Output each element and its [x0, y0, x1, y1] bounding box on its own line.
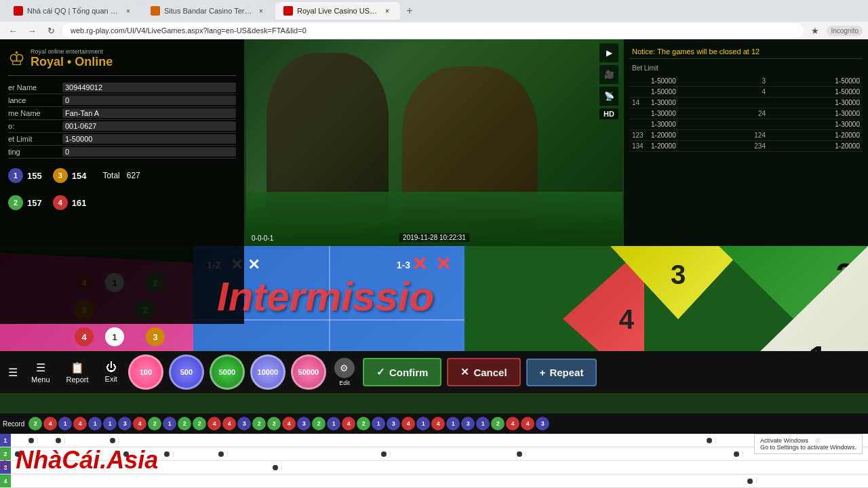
tab-label-2: Situs Bandar Casino Terpercaya [164, 7, 252, 15]
record-dot: 1 [372, 417, 385, 430]
record-dot: 3 [461, 417, 475, 430]
cross-red-2: ✕ [435, 253, 451, 275]
video-ctrl-3[interactable]: 📡 [599, 87, 618, 106]
info-row-betlimit: et Limit 1-50000 [8, 133, 236, 146]
edit-button[interactable]: ⚙ Edit [332, 355, 357, 389]
dot-cell [160, 451, 174, 457]
dot-cell [743, 479, 757, 484]
username-value: 309449012 [62, 83, 236, 92]
chip-50000-value: 50000 [298, 368, 319, 376]
record-dot: 2 [28, 417, 42, 430]
info-row-gamename: me Name Fan-Tan A [8, 107, 236, 120]
record-bar: Record 241411342122443224321421341413124… [0, 413, 868, 434]
record-dot: 3 [297, 417, 311, 430]
video-ctrl-1[interactable]: ▶ [599, 43, 618, 62]
hd-badge[interactable]: HD [599, 108, 618, 119]
logo-area: ♔ Royal online entertainment Royal • Onl… [8, 45, 236, 76]
betlimit-label: et Limit [8, 135, 62, 143]
new-tab-button[interactable]: + [401, 3, 418, 19]
balance-value: 0 [62, 96, 236, 105]
record-dot: 1 [476, 417, 490, 430]
chip-100[interactable]: 100 [128, 354, 163, 390]
confirm-button[interactable]: ✓ Confirm [363, 358, 442, 386]
score-area: 1 155 3 154 Total 627 [8, 165, 236, 186]
tab-3[interactable]: Royal Live Casino USA-VN × [275, 2, 400, 20]
logo-text: Royal online entertainment Royal • Onlin… [31, 48, 113, 69]
browser-chrome: Nhà cái QQ | Tổng quan chi tiết × Situs … [0, 0, 868, 39]
royal-crown-icon: ♔ [8, 47, 25, 70]
chip-10000[interactable]: 10000 [250, 354, 285, 390]
video-ctrl-2[interactable]: 🎥 [599, 65, 618, 84]
bookmark-button[interactable]: ★ [808, 23, 823, 38]
score-4: 161 [72, 198, 87, 208]
record-dot: 3 [237, 417, 251, 430]
dot-cell [24, 438, 38, 443]
info-row-balance: lance 0 [8, 94, 236, 107]
cancel-icon: ✕ [460, 366, 469, 378]
chip-10000-value: 10000 [258, 368, 279, 376]
tab-2[interactable]: Situs Bandar Casino Terpercaya × [142, 2, 274, 20]
cross-red-1: ✕ [412, 253, 427, 275]
dot [218, 451, 224, 457]
chip-500[interactable]: 500 [169, 354, 204, 390]
dot-cell [269, 465, 282, 470]
dot [381, 451, 387, 457]
tab-label-1: Nhà cái QQ | Tổng quan chi tiết [27, 7, 119, 16]
confirm-label: Confirm [389, 367, 429, 378]
report-button[interactable]: 📋 Report [61, 359, 94, 386]
tab-bar: Nhà cái QQ | Tổng quan chi tiết × Situs … [0, 0, 868, 22]
record-dot: 4 [342, 417, 355, 430]
logo-brand: Royal • Online [31, 55, 113, 69]
bet-limit-row-2: 1-50000 4 1-50000 [629, 87, 863, 98]
tab-close-3[interactable]: × [382, 6, 392, 16]
exit-button[interactable]: ⏻ Exit [100, 359, 123, 386]
dot-cell [703, 438, 716, 443]
username-label: er Name [8, 83, 62, 92]
record-dot: 3 [387, 417, 400, 430]
repeat-icon: + [540, 367, 546, 378]
repeat-button[interactable]: + Repeat [526, 359, 597, 386]
menu-button[interactable]: ☰ Menu [26, 359, 56, 386]
refresh-button[interactable]: ↻ [43, 23, 58, 38]
record-dot: 2 [312, 417, 326, 430]
video-timestamp: 2019-11-28 10:22:31 [399, 233, 470, 242]
table-num-1b[interactable]: 1 [105, 327, 124, 346]
score-badge-2: 2 [8, 195, 23, 210]
record-dot: 2 [357, 417, 370, 430]
chip-5000[interactable]: 5000 [210, 354, 245, 390]
table-num-4b[interactable]: 4 [75, 327, 94, 346]
forward-button[interactable]: → [24, 23, 39, 38]
address-input[interactable] [62, 23, 804, 38]
right-panel: Notice: The games will be closed at 12 B… [624, 39, 868, 270]
tab-1[interactable]: Nhà cái QQ | Tổng quan chi tiết × [5, 2, 141, 20]
info-table: er Name 309449012 lance 0 me Name Fan-Ta… [8, 81, 236, 159]
tab-close-1[interactable]: × [123, 6, 133, 16]
record-dot: 1 [327, 417, 340, 430]
back-button[interactable]: ← [5, 23, 20, 38]
waiting-label: ting [8, 148, 62, 156]
cancel-label: Cancel [473, 367, 507, 378]
record-dot: 2 [267, 417, 281, 430]
record-dot: 4 [521, 417, 534, 430]
score-total: Total 627 [102, 171, 140, 180]
bet-limit-row-4: 1-30000 24 1-30000 [629, 108, 863, 119]
record-dot: 1 [416, 417, 430, 430]
tab-favicon-2 [151, 6, 160, 16]
bet-limit-header: Bet Limit [629, 63, 863, 73]
record-dot: 3 [118, 417, 132, 430]
info-row-id: o: 001-0627 [8, 120, 236, 133]
watermark: ⌂ NhàCái.Asia [0, 446, 158, 474]
score-item-4: 4 161 [53, 195, 87, 210]
tab-close-2[interactable]: × [256, 6, 266, 16]
table-num-3b[interactable]: 3 [146, 327, 165, 346]
edit-icon: ⚙ [334, 358, 355, 378]
record-dot: 4 [222, 417, 236, 430]
chip-50000[interactable]: 50000 [291, 354, 326, 390]
dot-cell [106, 438, 119, 443]
watermark-icon: ⌂ [0, 455, 9, 472]
record-dot: 4 [401, 417, 415, 430]
bet-limit-row-6: 123 1-20000 124 1-20000 [629, 130, 863, 141]
hamburger-icon[interactable]: ☰ [5, 363, 20, 382]
cancel-button[interactable]: ✕ Cancel [447, 358, 520, 386]
watermark-text: NhàCái.Asia [16, 446, 158, 474]
